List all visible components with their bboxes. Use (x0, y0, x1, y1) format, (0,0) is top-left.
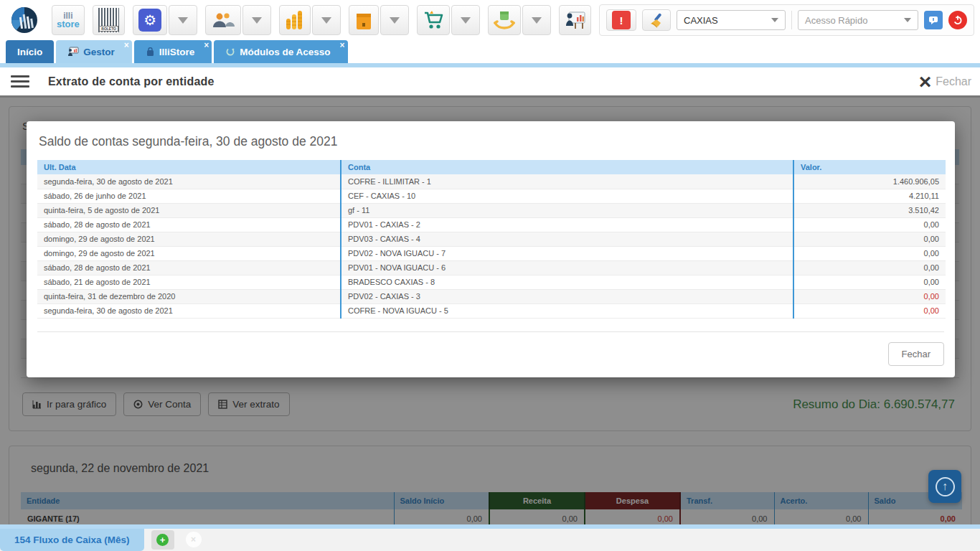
cell-ult-data: sábado, 28 de agosto de 2021 (37, 260, 341, 275)
quick-access-select[interactable]: Acesso Rápido (798, 10, 918, 30)
tab-inicio[interactable]: Início (6, 40, 54, 63)
cell-ult-data: sábado, 28 de agosto de 2021 (37, 217, 341, 232)
quick-access-panel: ! CAXIAS Acesso Rápido (599, 4, 974, 36)
cell-ult-data: sábado, 26 de junho de 2021 (37, 189, 341, 203)
tab-gestor[interactable]: Gestor × (56, 40, 132, 63)
cell-ult-data: domingo, 29 de agosto de 2021 (37, 246, 341, 260)
boleto-button[interactable]: BOLETO (93, 5, 125, 35)
chevron-down-icon (771, 18, 778, 22)
modal-close-button[interactable]: Fechar (888, 342, 944, 366)
quick-access-value: Acesso Rápido (805, 15, 867, 26)
sales-group (417, 5, 480, 35)
table-row[interactable]: segunda-feira, 30 de agosto de 2021COFRE… (37, 303, 946, 318)
chevron-down-icon (904, 18, 911, 22)
taskbar: 154 Fluxo de Caixa (Mês) + × (0, 529, 980, 551)
branch-select[interactable]: CAXIAS (677, 10, 786, 30)
page-header: Extrato de conta por entidade × Fechar (0, 67, 980, 95)
close-label: Fechar (936, 75, 971, 88)
close-all-icon[interactable]: × (186, 532, 202, 547)
cell-conta: PDV02 - CAXIAS - 3 (341, 289, 793, 303)
tab-close-icon[interactable]: × (204, 41, 209, 50)
settings-dropdown-button[interactable] (169, 5, 197, 35)
table-row[interactable]: quinta-feira, 31 de dezembro de 2020PDV0… (37, 289, 946, 303)
cell-valor: 0,00 (793, 275, 946, 289)
gear-icon: ⚙ (138, 9, 161, 32)
cell-conta: COFRE - NOVA IGUACU - 5 (341, 303, 793, 318)
cell-conta: gf - 11 (341, 203, 793, 217)
coins-icon (285, 10, 305, 30)
sales-button[interactable] (417, 5, 450, 35)
table-row[interactable]: domingo, 29 de agosto de 2021PDV03 - CAX… (37, 232, 946, 246)
cell-conta: PDV01 - CAXIAS - 2 (341, 217, 793, 232)
tab-bar: Início Gestor × IlliStore × (0, 40, 980, 63)
cell-valor: 4.210,11 (793, 189, 946, 203)
chevron-down-icon (532, 17, 542, 24)
table-row[interactable]: sábado, 28 de agosto de 2021PDV01 - CAXI… (37, 217, 946, 232)
power-icon (953, 15, 963, 25)
chat-icon (928, 15, 938, 25)
services-dropdown-button[interactable] (522, 5, 551, 35)
menu-icon[interactable] (11, 72, 29, 90)
products-button[interactable] (349, 5, 379, 35)
chat-button[interactable] (924, 11, 943, 29)
tab-illistore[interactable]: IlliStore × (134, 40, 212, 63)
tab-modulos-de-acesso[interactable]: Módulos de Acesso × (214, 40, 347, 63)
table-row[interactable]: segunda-feira, 30 de agosto de 2021COFRE… (37, 174, 946, 189)
divider (791, 11, 792, 29)
cell-ult-data: quinta-feira, 31 de dezembro de 2020 (37, 289, 341, 303)
finance-dropdown-button[interactable] (312, 5, 341, 35)
warning-icon: ! (612, 11, 631, 29)
cell-valor: 1.460.906,05 (793, 174, 946, 189)
tab-close-icon[interactable]: × (124, 41, 129, 50)
sales-dropdown-button[interactable] (451, 5, 480, 35)
column-conta[interactable]: Conta (341, 160, 793, 174)
alerts-button[interactable]: ! (606, 9, 636, 31)
cube-hands-icon (494, 10, 515, 30)
table-row[interactable]: domingo, 29 de agosto de 2021PDV02 - NOV… (37, 246, 946, 260)
cell-ult-data: domingo, 29 de agosto de 2021 (37, 232, 341, 246)
app-logo[interactable] (6, 5, 44, 35)
modal-title: Saldo de contas segunda-feira, 30 de ago… (39, 134, 944, 149)
illistore-tab-icon (146, 47, 155, 57)
logout-button[interactable] (948, 11, 967, 29)
table-row[interactable]: sábado, 26 de junho de 2021CEF - CAXIAS … (37, 189, 946, 203)
column-ult-data[interactable]: Ult. Data (37, 160, 341, 174)
products-dropdown-button[interactable] (380, 5, 409, 35)
presentation-icon (565, 10, 586, 30)
presentation-button[interactable] (559, 5, 591, 35)
modules-refresh-icon (225, 47, 235, 57)
close-icon: × (919, 72, 932, 92)
add-tab-button[interactable]: + (151, 530, 174, 550)
cell-valor: 0,00 (793, 260, 946, 275)
column-valor[interactable]: Valor. (793, 160, 946, 174)
tab-label: Gestor (83, 47, 115, 57)
services-button[interactable] (488, 5, 521, 35)
branch-select-value: CAXIAS (684, 15, 718, 26)
table-row[interactable]: sábado, 28 de agosto de 2021PDV01 - NOVA… (37, 260, 946, 275)
finance-button[interactable] (279, 5, 311, 35)
table-row[interactable]: quinta-feira, 5 de agosto de 2021gf - 11… (37, 203, 946, 217)
cell-ult-data: sábado, 21 de agosto de 2021 (37, 275, 341, 289)
page-close-button[interactable]: × Fechar (919, 72, 971, 92)
chevron-down-icon (461, 17, 471, 24)
cell-valor: 0,00 (793, 246, 946, 260)
people-dropdown-button[interactable] (242, 5, 271, 35)
scroll-to-top-button[interactable]: ↑ (928, 470, 961, 503)
tab-close-icon[interactable]: × (340, 41, 345, 50)
people-button[interactable] (205, 5, 241, 35)
saldo-contas-modal: Saldo de contas segunda-feira, 30 de ago… (27, 121, 955, 377)
finance-group (279, 5, 341, 35)
cell-valor: 0,00 (793, 232, 946, 246)
broom-icon (649, 12, 664, 28)
clean-button[interactable] (642, 9, 671, 31)
users-icon (211, 12, 235, 28)
settings-button[interactable]: ⚙ (133, 5, 167, 35)
chevron-down-icon (252, 17, 262, 24)
taskbar-tab-fluxo-de-caixa[interactable]: 154 Fluxo de Caixa (Mês) (0, 529, 144, 551)
illistore-button[interactable]: illi store (52, 5, 85, 35)
table-row[interactable]: sábado, 21 de agosto de 2021BRADESCO CAX… (37, 275, 946, 289)
cell-conta: CEF - CAXIAS - 10 (341, 189, 793, 203)
accounts-table-header: Ult. Data Conta Valor. (37, 160, 946, 174)
cell-valor: 0,00 (793, 289, 946, 303)
gestor-icon (67, 47, 79, 57)
